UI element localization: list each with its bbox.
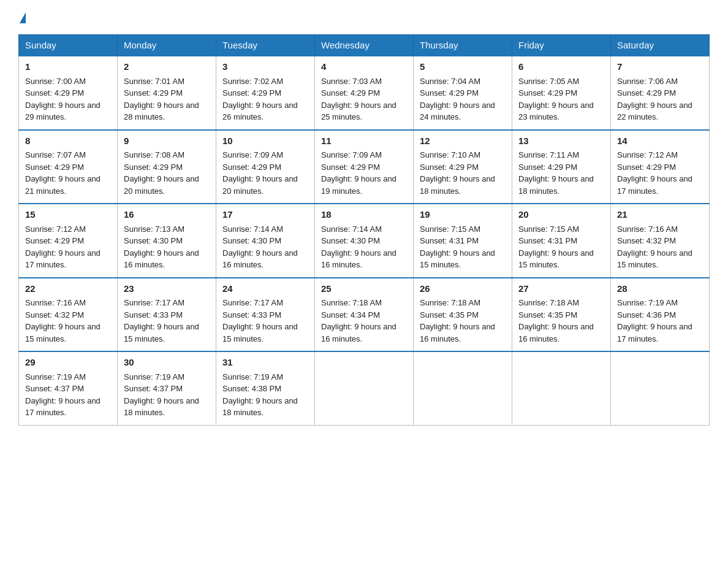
day-number: 13	[518, 134, 604, 148]
day-sunset: Sunset: 4:30 PM	[321, 236, 380, 245]
day-number: 14	[617, 134, 703, 148]
day-number: 3	[222, 60, 308, 74]
day-number: 21	[617, 208, 703, 222]
day-sunrise: Sunrise: 7:09 AM	[321, 150, 382, 159]
day-sunset: Sunset: 4:29 PM	[518, 163, 577, 172]
day-sunrise: Sunrise: 7:17 AM	[222, 298, 283, 307]
day-sunrise: Sunrise: 7:18 AM	[321, 298, 382, 307]
day-sunrise: Sunrise: 7:08 AM	[124, 150, 184, 159]
day-daylight: Daylight: 9 hours and 18 minutes.	[124, 396, 199, 418]
calendar-cell: 7 Sunrise: 7:06 AM Sunset: 4:29 PM Dayli…	[611, 56, 710, 130]
day-sunrise: Sunrise: 7:03 AM	[321, 77, 382, 86]
day-sunrise: Sunrise: 7:07 AM	[25, 150, 86, 159]
calendar-cell: 14 Sunrise: 7:12 AM Sunset: 4:29 PM Dayl…	[611, 130, 710, 204]
day-daylight: Daylight: 9 hours and 29 minutes.	[25, 101, 100, 122]
day-sunset: Sunset: 4:31 PM	[420, 236, 479, 245]
logo	[18, 12, 27, 23]
day-sunrise: Sunrise: 7:18 AM	[518, 298, 579, 307]
day-daylight: Daylight: 9 hours and 23 minutes.	[518, 101, 594, 122]
day-sunset: Sunset: 4:29 PM	[321, 88, 380, 98]
day-sunset: Sunset: 4:29 PM	[222, 163, 281, 172]
calendar-cell: 25 Sunrise: 7:18 AM Sunset: 4:34 PM Dayl…	[315, 278, 414, 352]
day-number: 2	[124, 60, 210, 74]
day-sunrise: Sunrise: 7:18 AM	[420, 298, 480, 307]
day-number: 7	[617, 60, 703, 74]
calendar-header-thursday: Thursday	[414, 35, 512, 56]
calendar-week-row: 29 Sunrise: 7:19 AM Sunset: 4:37 PM Dayl…	[19, 351, 710, 425]
calendar-week-row: 22 Sunrise: 7:16 AM Sunset: 4:32 PM Dayl…	[19, 278, 710, 352]
day-sunrise: Sunrise: 7:19 AM	[222, 372, 283, 381]
day-sunrise: Sunrise: 7:00 AM	[25, 77, 86, 86]
day-sunrise: Sunrise: 7:11 AM	[518, 150, 579, 159]
day-number: 12	[420, 134, 506, 148]
logo-triangle-icon	[20, 12, 26, 23]
calendar-cell: 1 Sunrise: 7:00 AM Sunset: 4:29 PM Dayli…	[19, 56, 118, 130]
day-daylight: Daylight: 9 hours and 16 minutes.	[222, 248, 298, 270]
calendar-header-friday: Friday	[512, 35, 611, 56]
day-number: 22	[25, 282, 111, 296]
day-sunset: Sunset: 4:29 PM	[518, 88, 577, 98]
day-number: 15	[25, 208, 111, 222]
day-sunrise: Sunrise: 7:19 AM	[617, 298, 678, 307]
calendar-cell: 15 Sunrise: 7:12 AM Sunset: 4:29 PM Dayl…	[19, 204, 118, 278]
day-sunrise: Sunrise: 7:09 AM	[222, 150, 283, 159]
day-daylight: Daylight: 9 hours and 22 minutes.	[617, 101, 692, 122]
calendar-header-saturday: Saturday	[611, 35, 710, 56]
day-sunrise: Sunrise: 7:04 AM	[420, 77, 480, 86]
day-number: 18	[321, 208, 407, 222]
calendar-week-row: 15 Sunrise: 7:12 AM Sunset: 4:29 PM Dayl…	[19, 204, 710, 278]
day-sunset: Sunset: 4:29 PM	[222, 88, 281, 98]
day-number: 24	[222, 282, 308, 296]
day-sunset: Sunset: 4:29 PM	[617, 88, 676, 98]
day-sunset: Sunset: 4:29 PM	[321, 163, 380, 172]
calendar-header-row: SundayMondayTuesdayWednesdayThursdayFrid…	[19, 35, 710, 56]
day-daylight: Daylight: 9 hours and 18 minutes.	[420, 174, 495, 196]
calendar-cell: 11 Sunrise: 7:09 AM Sunset: 4:29 PM Dayl…	[315, 130, 414, 204]
day-sunset: Sunset: 4:29 PM	[25, 163, 84, 172]
day-number: 11	[321, 134, 407, 148]
calendar-table: SundayMondayTuesdayWednesdayThursdayFrid…	[18, 34, 710, 426]
day-daylight: Daylight: 9 hours and 24 minutes.	[420, 101, 495, 122]
day-sunset: Sunset: 4:29 PM	[25, 88, 84, 98]
calendar-cell: 23 Sunrise: 7:17 AM Sunset: 4:33 PM Dayl…	[118, 278, 216, 352]
calendar-cell: 16 Sunrise: 7:13 AM Sunset: 4:30 PM Dayl…	[118, 204, 216, 278]
day-number: 5	[420, 60, 506, 74]
day-daylight: Daylight: 9 hours and 15 minutes.	[222, 322, 298, 343]
day-number: 17	[222, 208, 308, 222]
day-sunset: Sunset: 4:32 PM	[617, 236, 676, 245]
day-sunset: Sunset: 4:29 PM	[420, 88, 479, 98]
day-number: 20	[518, 208, 604, 222]
calendar-cell	[414, 351, 512, 425]
day-daylight: Daylight: 9 hours and 16 minutes.	[321, 322, 396, 343]
day-sunrise: Sunrise: 7:17 AM	[124, 298, 184, 307]
day-sunrise: Sunrise: 7:16 AM	[617, 224, 678, 234]
day-daylight: Daylight: 9 hours and 16 minutes.	[420, 322, 495, 343]
day-number: 26	[420, 282, 506, 296]
day-sunset: Sunset: 4:35 PM	[518, 310, 577, 320]
day-sunrise: Sunrise: 7:05 AM	[518, 77, 579, 86]
day-sunrise: Sunrise: 7:14 AM	[222, 224, 283, 234]
day-number: 25	[321, 282, 407, 296]
calendar-cell	[611, 351, 710, 425]
day-sunrise: Sunrise: 7:12 AM	[25, 224, 86, 234]
day-number: 28	[617, 282, 703, 296]
day-daylight: Daylight: 9 hours and 16 minutes.	[124, 248, 199, 270]
day-sunrise: Sunrise: 7:19 AM	[25, 372, 86, 381]
day-sunset: Sunset: 4:31 PM	[518, 236, 577, 245]
day-sunset: Sunset: 4:33 PM	[222, 310, 281, 320]
calendar-cell: 6 Sunrise: 7:05 AM Sunset: 4:29 PM Dayli…	[512, 56, 611, 130]
calendar-header-sunday: Sunday	[19, 35, 118, 56]
day-sunrise: Sunrise: 7:02 AM	[222, 77, 283, 86]
day-number: 1	[25, 60, 111, 74]
day-sunrise: Sunrise: 7:06 AM	[617, 77, 678, 86]
day-sunset: Sunset: 4:29 PM	[420, 163, 479, 172]
calendar-cell: 18 Sunrise: 7:14 AM Sunset: 4:30 PM Dayl…	[315, 204, 414, 278]
day-sunrise: Sunrise: 7:12 AM	[617, 150, 678, 159]
day-number: 8	[25, 134, 111, 148]
day-sunset: Sunset: 4:37 PM	[124, 384, 183, 393]
day-daylight: Daylight: 9 hours and 15 minutes.	[518, 248, 594, 270]
day-number: 27	[518, 282, 604, 296]
calendar-week-row: 1 Sunrise: 7:00 AM Sunset: 4:29 PM Dayli…	[19, 56, 710, 130]
day-daylight: Daylight: 9 hours and 18 minutes.	[222, 396, 298, 418]
day-daylight: Daylight: 9 hours and 15 minutes.	[420, 248, 495, 270]
